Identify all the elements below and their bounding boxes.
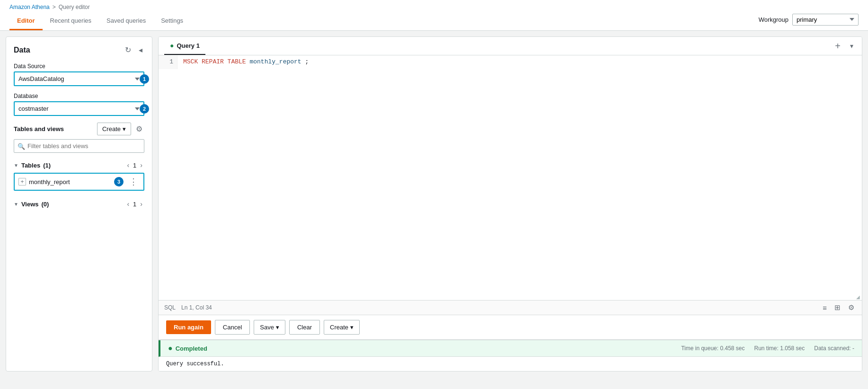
more-menu-icon: ⋮ bbox=[129, 177, 138, 186]
table-view-button[interactable]: ⊞ bbox=[833, 302, 842, 313]
tables-prev-btn[interactable]: ‹ bbox=[125, 160, 131, 170]
create-label: Create bbox=[102, 125, 121, 133]
time-in-queue: Time in queue: 0.458 sec bbox=[681, 345, 744, 352]
tables-next-btn[interactable]: › bbox=[138, 160, 144, 170]
create-query-button[interactable]: Create ▾ bbox=[324, 320, 360, 335]
workgroup-select[interactable]: primary bbox=[792, 14, 859, 26]
views-next-btn[interactable]: › bbox=[138, 199, 144, 209]
tab-settings[interactable]: Settings bbox=[153, 12, 191, 30]
editor-settings-icon: ⚙ bbox=[848, 303, 854, 311]
views-page: 1 bbox=[133, 201, 136, 208]
cursor-position: Ln 1, Col 34 bbox=[181, 304, 212, 311]
save-label: Save bbox=[260, 324, 274, 331]
panel-header: Data ↻ ◂ bbox=[14, 44, 144, 55]
tabs-nav: Editor Recent queries Saved queries Sett… bbox=[9, 12, 859, 30]
database-label: Database bbox=[14, 93, 144, 99]
database-row: costmaster 2 bbox=[14, 101, 144, 116]
views-pagination: ‹ 1 › bbox=[125, 199, 144, 209]
data-source-step-badge: 1 bbox=[140, 74, 149, 84]
action-bar: Run again Cancel Save ▾ Clear Create ▾ bbox=[159, 315, 862, 340]
views-count: (0) bbox=[42, 201, 49, 208]
keyword-msck: MSCK REPAIR TABLE bbox=[183, 58, 246, 65]
create-chevron-icon: ▾ bbox=[123, 125, 126, 133]
completed-text: Completed bbox=[176, 345, 207, 352]
editor-settings-button[interactable]: ⚙ bbox=[846, 302, 856, 313]
collapse-icon: ◂ bbox=[139, 46, 142, 54]
breadcrumb: Amazon Athena > Query editor bbox=[9, 0, 859, 12]
query-tab-actions: + ▾ bbox=[832, 39, 856, 53]
tables-collapsible-header[interactable]: ▼ Tables (1) ‹ 1 › bbox=[14, 158, 144, 173]
tabs-dropdown-button[interactable]: ▾ bbox=[847, 40, 856, 52]
cancel-button[interactable]: Cancel bbox=[215, 320, 250, 335]
line-number-1: 1 bbox=[159, 55, 177, 69]
editor-status-bar: SQL Ln 1, Col 34 ≡ ⊞ ⚙ bbox=[159, 300, 862, 315]
views-triangle-icon: ▼ bbox=[14, 202, 18, 207]
tables-section: ▼ Tables (1) ‹ 1 › + monthly_report bbox=[14, 158, 144, 193]
tables-pagination: ‹ 1 › bbox=[125, 160, 144, 170]
refresh-button[interactable]: ↻ bbox=[123, 44, 133, 55]
query-status-dot: ● bbox=[170, 42, 174, 49]
sql-label: SQL bbox=[164, 304, 176, 311]
data-source-row: AwsDataCatalog 1 bbox=[14, 71, 144, 86]
panel-title: Data bbox=[14, 46, 30, 54]
completed-label: ● Completed bbox=[168, 344, 207, 353]
completed-dot: ● bbox=[168, 344, 173, 353]
tables-title-row: ▼ Tables (1) bbox=[14, 162, 51, 169]
views-title-row: ▼ Views (0) bbox=[14, 201, 49, 208]
workgroup-label: Workgroup bbox=[759, 16, 788, 23]
tables-views-header: Tables and views Create ▾ ⚙ bbox=[14, 123, 144, 135]
create-query-label: Create bbox=[330, 324, 348, 331]
breadcrumb-current: Query editor bbox=[59, 4, 90, 10]
save-button[interactable]: Save ▾ bbox=[254, 320, 285, 335]
tables-label: Tables bbox=[21, 162, 40, 169]
code-editor[interactable]: 1 MSCK REPAIR TABLE monthly_report ; ◢ bbox=[159, 55, 862, 300]
resize-handle[interactable]: ◢ bbox=[856, 294, 862, 300]
tables-settings-button[interactable]: ⚙ bbox=[134, 124, 144, 134]
status-bar-left: SQL Ln 1, Col 34 bbox=[164, 304, 212, 311]
data-source-select[interactable]: AwsDataCatalog bbox=[14, 71, 144, 86]
table-more-menu-button[interactable]: ⋮ bbox=[127, 177, 140, 187]
data-source-label: Data Source bbox=[14, 63, 144, 70]
query-tab-1[interactable]: ● Query 1 bbox=[164, 37, 205, 55]
database-field: Database costmaster 2 bbox=[14, 93, 144, 123]
status-bar-right: ≡ ⊞ ⚙ bbox=[821, 302, 856, 313]
table-expand-icon: + bbox=[18, 178, 26, 186]
run-again-button[interactable]: Run again bbox=[166, 320, 211, 334]
top-nav: Amazon Athena > Query editor Editor Rece… bbox=[0, 0, 868, 31]
tabs-dropdown-icon: ▾ bbox=[850, 42, 853, 50]
filter-input[interactable] bbox=[14, 139, 144, 153]
tables-views-title: Tables and views bbox=[14, 125, 64, 133]
table-name: monthly_report bbox=[29, 178, 70, 186]
indent-button[interactable]: ≡ bbox=[821, 303, 829, 313]
query-tabs: ● Query 1 + ▾ bbox=[159, 37, 862, 55]
views-prev-btn[interactable]: ‹ bbox=[125, 199, 131, 209]
views-collapsible-header[interactable]: ▼ Views (0) ‹ 1 › bbox=[14, 196, 144, 212]
table-ref: monthly_report bbox=[249, 58, 301, 65]
add-tab-button[interactable]: + bbox=[832, 39, 843, 53]
table-row[interactable]: + monthly_report 3 ⋮ bbox=[14, 173, 144, 191]
breadcrumb-separator: > bbox=[53, 4, 56, 10]
result-area: ● Completed Time in queue: 0.458 sec Run… bbox=[159, 340, 862, 371]
data-scanned: Data scanned: - bbox=[814, 345, 854, 352]
collapse-button[interactable]: ◂ bbox=[137, 44, 144, 55]
create-query-chevron-icon: ▾ bbox=[350, 324, 354, 331]
create-button[interactable]: Create ▾ bbox=[97, 123, 131, 135]
line-content-1: MSCK REPAIR TABLE monthly_report ; bbox=[177, 55, 314, 69]
clear-button[interactable]: Clear bbox=[289, 320, 320, 335]
gear-icon: ⚙ bbox=[136, 125, 142, 133]
result-message: Query successful. bbox=[159, 357, 862, 371]
search-icon: 🔍 bbox=[18, 142, 25, 150]
database-step-badge: 2 bbox=[140, 104, 149, 114]
tables-count: (1) bbox=[43, 162, 51, 169]
indent-icon: ≡ bbox=[823, 304, 827, 312]
table-item-left: + monthly_report bbox=[18, 178, 70, 186]
tab-editor[interactable]: Editor bbox=[9, 12, 43, 30]
tab-recent-queries[interactable]: Recent queries bbox=[43, 12, 99, 30]
left-panel: Data ↻ ◂ Data Source AwsDataCatalog 1 bbox=[6, 36, 152, 371]
data-source-field: Data Source AwsDataCatalog 1 bbox=[14, 63, 144, 93]
result-metrics: Time in queue: 0.458 sec Run time: 1.058… bbox=[681, 345, 854, 352]
code-line-1: 1 MSCK REPAIR TABLE monthly_report ; bbox=[159, 55, 862, 69]
database-select[interactable]: costmaster bbox=[14, 101, 144, 116]
breadcrumb-parent[interactable]: Amazon Athena bbox=[9, 4, 50, 10]
tab-saved-queries[interactable]: Saved queries bbox=[99, 12, 153, 30]
